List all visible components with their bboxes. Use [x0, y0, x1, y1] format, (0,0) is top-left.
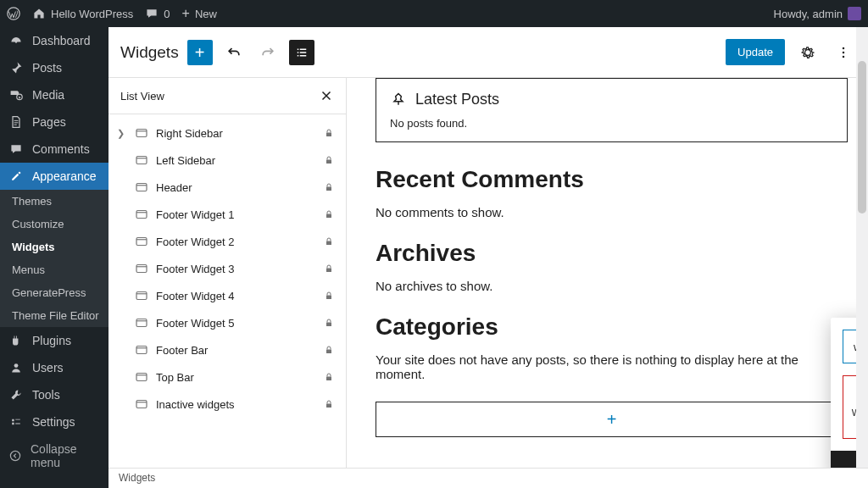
submenu-theme-file-editor[interactable]: Theme File Editor: [0, 304, 108, 327]
menu-users[interactable]: Users: [0, 354, 108, 381]
recent-comments-heading[interactable]: Recent Comments: [376, 166, 848, 193]
scrollbar-thumb[interactable]: [858, 61, 866, 214]
widget-area-row[interactable]: Footer Widget 3: [108, 255, 346, 282]
svg-rect-8: [136, 130, 147, 137]
undo-icon: [225, 44, 242, 61]
widget-area-row[interactable]: Footer Widget 4: [108, 282, 346, 309]
widget-area-row[interactable]: Top Bar: [108, 363, 346, 391]
widget-area-icon: [134, 125, 149, 141]
howdy-link[interactable]: Howdy, admin: [774, 7, 861, 20]
plus-icon: +: [195, 44, 205, 61]
options-button[interactable]: [831, 40, 856, 65]
wp-logo[interactable]: [7, 7, 20, 20]
widget-area-icon: [134, 369, 149, 385]
menu-label: Pages: [32, 115, 66, 129]
submenu-themes[interactable]: Themes: [0, 190, 108, 213]
undo-button[interactable]: [221, 40, 247, 65]
svg-rect-29: [326, 404, 331, 408]
plus-icon: +: [607, 410, 617, 430]
menu-appearance[interactable]: Appearance: [0, 163, 108, 190]
scrollbar[interactable]: [856, 27, 868, 468]
widget-area-label: Header: [156, 181, 324, 194]
widget-area-row[interactable]: Left Sidebar: [108, 147, 346, 174]
menu-label: Comments: [32, 142, 90, 156]
widget-area-icon: [134, 152, 149, 168]
svg-rect-19: [326, 269, 331, 273]
widget-area-label: Inactive widgets: [156, 398, 324, 411]
wordpress-icon: [7, 7, 20, 20]
archives-heading[interactable]: Archives: [376, 240, 848, 267]
add-block-appender[interactable]: +: [376, 402, 848, 437]
new-link[interactable]: + New: [182, 6, 217, 21]
collapse-icon: [8, 449, 22, 463]
submenu-menus[interactable]: Menus: [0, 258, 108, 281]
users-icon: [8, 361, 24, 374]
tools-icon: [8, 388, 24, 402]
svg-rect-26: [136, 374, 147, 381]
settings-button[interactable]: [795, 40, 821, 65]
breadcrumb[interactable]: Widgets: [108, 468, 868, 488]
lock-icon: [324, 291, 334, 301]
widget-area-label: Footer Bar: [156, 344, 324, 357]
widget-area-row[interactable]: Footer Widget 1: [108, 201, 346, 228]
list-view-button[interactable]: [289, 40, 314, 65]
comments-icon: [8, 142, 24, 156]
editor-canvas[interactable]: Latest Posts No posts found. Recent Comm…: [347, 78, 868, 488]
media-icon: [8, 88, 24, 102]
menu-pages[interactable]: Pages: [0, 108, 108, 136]
widget-area-row[interactable]: Footer Bar: [108, 336, 346, 363]
menu-posts[interactable]: Posts: [0, 54, 108, 81]
archives-empty: No archives to show.: [376, 279, 848, 293]
home-icon: [32, 7, 46, 20]
categories-empty: Your site does not have any posts, so th…: [376, 352, 848, 381]
site-link[interactable]: Hello WordPress: [32, 7, 133, 20]
menu-tools[interactable]: Tools: [0, 381, 108, 408]
comments-link[interactable]: 0: [145, 7, 170, 20]
svg-rect-28: [136, 401, 147, 408]
widget-area-icon: [134, 261, 149, 276]
menu-label: Dashboard: [32, 34, 91, 47]
menu-media[interactable]: Media: [0, 81, 108, 108]
lock-icon: [324, 128, 334, 138]
lock-icon: [324, 318, 334, 328]
widget-area-row[interactable]: ❯Right Sidebar: [108, 119, 346, 147]
widget-area-label: Footer Widget 2: [156, 236, 324, 248]
svg-rect-12: [136, 184, 147, 191]
menu-collapse[interactable]: Collapse menu: [0, 435, 108, 476]
howdy-text: Howdy, admin: [774, 8, 843, 20]
update-button[interactable]: Update: [726, 39, 785, 65]
widget-area-icon: [134, 315, 149, 330]
pin-icon: [390, 92, 407, 108]
comment-count: 0: [164, 8, 170, 20]
appearance-submenu: Themes Customize Widgets Menus GenerateP…: [0, 190, 108, 327]
dashboard-icon: [8, 34, 24, 47]
avatar: [848, 7, 861, 20]
widget-area-row[interactable]: Inactive widgets: [108, 391, 346, 418]
svg-point-4: [10, 451, 19, 460]
widget-area-row[interactable]: Footer Widget 5: [108, 309, 346, 336]
menu-comments[interactable]: Comments: [0, 136, 108, 163]
menu-label: Posts: [32, 61, 62, 75]
close-list-view[interactable]: [319, 88, 334, 103]
svg-rect-20: [136, 292, 147, 300]
submenu-widgets[interactable]: Widgets: [0, 236, 108, 258]
menu-dashboard[interactable]: Dashboard: [0, 27, 108, 54]
svg-rect-17: [326, 241, 331, 246]
new-label: New: [195, 8, 217, 20]
submenu-customize[interactable]: Customize: [0, 213, 108, 236]
categories-heading[interactable]: Categories: [376, 313, 848, 341]
redo-button[interactable]: [255, 40, 281, 65]
menu-label: Collapse menu: [31, 442, 100, 469]
svg-point-3: [14, 363, 19, 368]
widget-area-row[interactable]: Footer Widget 2: [108, 228, 346, 255]
widget-area-row[interactable]: Header: [108, 174, 346, 201]
svg-rect-14: [136, 211, 147, 219]
widget-area-label: Footer Widget 3: [156, 263, 324, 275]
add-block-button[interactable]: +: [187, 40, 213, 65]
menu-settings[interactable]: Settings: [0, 408, 108, 435]
lock-icon: [324, 399, 334, 409]
submenu-generatepress[interactable]: GeneratePress: [0, 281, 108, 304]
menu-label: Settings: [32, 415, 75, 429]
latest-posts-block[interactable]: Latest Posts No posts found.: [376, 78, 848, 142]
menu-plugins[interactable]: Plugins: [0, 327, 108, 354]
